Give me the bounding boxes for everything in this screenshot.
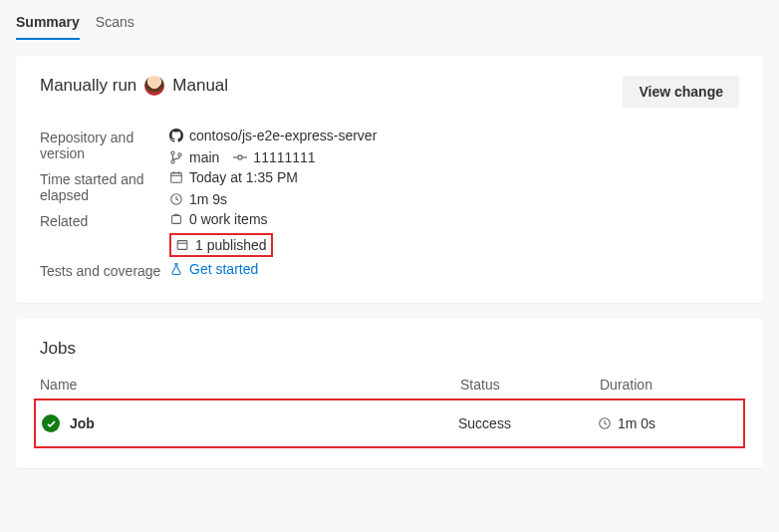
get-started-link[interactable]: Get started <box>189 261 258 277</box>
row-related: Related 0 work items 1 published <box>40 211 739 257</box>
job-status: Success <box>458 415 598 431</box>
label-related: Related <box>40 211 169 229</box>
repo-name: contoso/js-e2e-express-server <box>189 128 377 143</box>
branch-icon <box>169 150 183 164</box>
published-link[interactable]: 1 published <box>195 237 267 253</box>
col-header-name: Name <box>40 377 460 393</box>
published-highlight: 1 published <box>169 233 273 257</box>
work-items-icon <box>169 212 183 226</box>
label-tests: Tests and coverage <box>40 261 169 279</box>
svg-rect-6 <box>171 173 182 183</box>
label-time: Time started and elapsed <box>40 169 169 203</box>
clock-icon <box>169 192 183 206</box>
row-time: Time started and elapsed Today at 1:35 P… <box>40 169 739 207</box>
commit-icon <box>233 150 247 164</box>
jobs-title: Jobs <box>40 339 739 359</box>
avatar <box>144 76 164 96</box>
work-items-count[interactable]: 0 work items <box>189 211 268 227</box>
svg-point-1 <box>171 160 174 163</box>
clock-icon <box>598 416 612 430</box>
svg-point-2 <box>178 153 181 156</box>
table-row[interactable]: Job Success 1m 0s <box>34 399 745 448</box>
tab-scans[interactable]: Scans <box>96 8 134 40</box>
label-repository: Repository and version <box>40 128 169 161</box>
commit-hash[interactable]: 11111111 <box>253 149 315 165</box>
flask-icon <box>169 262 183 276</box>
run-title-prefix: Manually run <box>40 76 136 96</box>
tab-summary[interactable]: Summary <box>16 8 80 40</box>
row-repository: Repository and version contoso/js-e2e-ex… <box>40 128 739 165</box>
time-started: Today at 1:35 PM <box>189 169 298 185</box>
run-title: Manually run Manual <box>40 76 228 96</box>
calendar-icon <box>169 170 183 184</box>
tabs-bar: Summary Scans <box>0 0 779 40</box>
view-change-button[interactable]: View change <box>623 76 739 108</box>
svg-rect-12 <box>177 241 187 250</box>
branch-name[interactable]: main <box>189 149 219 165</box>
job-duration: 1m 0s <box>618 415 655 431</box>
artifact-icon <box>175 238 189 252</box>
card-header: Manually run Manual View change <box>40 76 739 108</box>
summary-card: Manually run Manual View change Reposito… <box>16 56 763 303</box>
svg-point-0 <box>171 151 174 154</box>
row-tests: Tests and coverage Get started <box>40 261 739 279</box>
col-header-duration: Duration <box>600 377 739 393</box>
svg-point-3 <box>238 155 242 159</box>
col-header-status: Status <box>460 377 600 393</box>
jobs-table: Name Status Duration Job Success 1m 0s <box>40 371 739 448</box>
jobs-card: Jobs Name Status Duration Job Success 1m… <box>16 319 763 468</box>
job-name: Job <box>70 415 95 431</box>
svg-rect-11 <box>172 216 181 224</box>
jobs-table-header: Name Status Duration <box>40 371 739 399</box>
time-elapsed: 1m 9s <box>189 191 227 207</box>
success-icon <box>42 414 60 432</box>
github-icon <box>169 129 183 142</box>
repo-line[interactable]: contoso/js-e2e-express-server <box>169 128 377 143</box>
run-title-suffix: Manual <box>172 76 228 96</box>
